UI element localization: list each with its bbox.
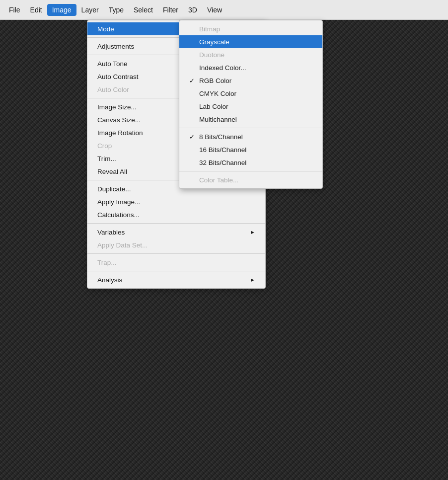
menubar-item-image[interactable]: Image [47,4,76,16]
menubar-item-view[interactable]: View [202,4,227,16]
menu-item-grayscale[interactable]: Grayscale [179,35,322,48]
menu-item-indexed-color[interactable]: Indexed Color... [179,61,322,74]
submenu-arrow-icon: ► [250,277,255,283]
menu-item-trap: Trap... [87,256,265,269]
menu-item-cmyk-color[interactable]: CMYK Color [179,87,322,100]
menu-item-apply-image[interactable]: Apply Image... [87,195,265,208]
menu-item-apply-data-set: Apply Data Set... [87,239,265,251]
separator-colortable [179,171,322,171]
mode-submenu: Bitmap Grayscale Duotone Indexed Color..… [179,20,323,189]
menu-item-analysis[interactable]: Analysis ► [87,273,265,286]
menubar-item-filter[interactable]: Filter [158,4,183,16]
menubar-item-type[interactable]: Type [104,4,129,16]
menubar-item-select[interactable]: Select [129,4,158,16]
menu-item-calculations[interactable]: Calculations... [87,208,265,221]
menubar: File Edit Image Layer Type Select Filter… [0,0,448,20]
separator-7 [87,271,265,271]
menu-item-lab-color[interactable]: Lab Color [179,100,322,113]
menubar-item-file[interactable]: File [4,4,25,16]
menu-item-color-table: Color Table... [179,173,322,186]
separator-6 [87,253,265,254]
menu-item-bitmap: Bitmap [179,22,322,35]
menubar-item-3d[interactable]: 3D [183,4,202,16]
menu-item-rgb-color[interactable]: ✓ RGB Color [179,74,322,87]
menu-item-variables[interactable]: Variables ► [87,226,265,239]
menu-item-multichannel[interactable]: Multichannel [179,113,322,126]
menubar-item-layer[interactable]: Layer [76,4,104,16]
menu-item-32bit[interactable]: 32 Bits/Channel [179,156,322,169]
menu-item-duotone: Duotone [179,48,322,61]
submenu-arrow-icon: ► [250,229,255,235]
menu-item-16bit[interactable]: 16 Bits/Channel [179,143,322,156]
separator-5 [87,223,265,224]
menubar-item-edit[interactable]: Edit [25,4,47,16]
menu-item-8bit[interactable]: ✓ 8 Bits/Channel [179,130,322,143]
separator-bits [179,128,322,128]
